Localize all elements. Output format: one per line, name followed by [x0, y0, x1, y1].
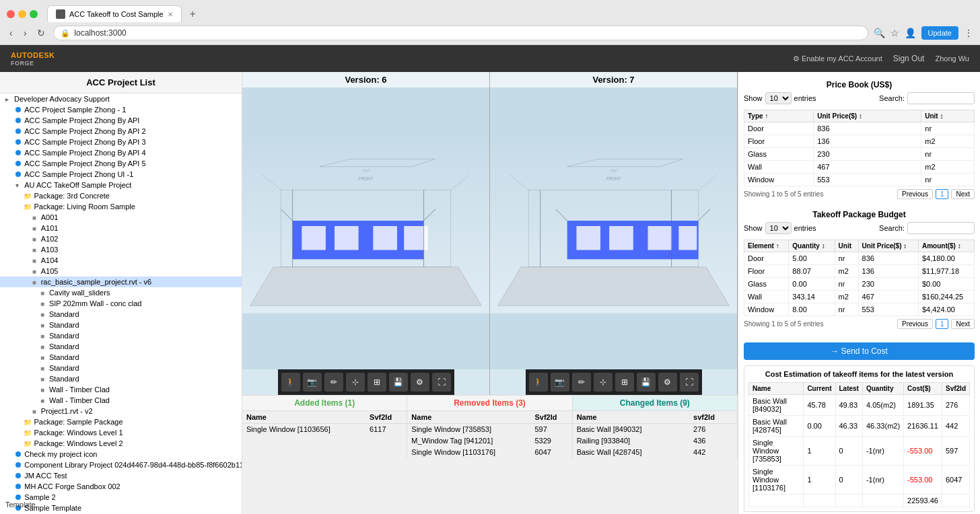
settings-icon-btn-right[interactable]: ⚙: [658, 373, 677, 392]
sidebar-item[interactable]: 📁 Package: 3rd Concrete: [0, 190, 242, 201]
sidebar-item[interactable]: Sample Template: [0, 503, 242, 513]
update-button[interactable]: Update: [921, 26, 958, 40]
settings-icon-btn-left[interactable]: ⚙: [411, 373, 429, 392]
browser-dots: [7, 10, 38, 18]
sidebar-item[interactable]: ■ Standard: [0, 373, 242, 384]
sidebar-item[interactable]: ■ Standard: [0, 320, 242, 330]
sidebar-item[interactable]: ACC Sample Project Zhong By API: [0, 115, 242, 126]
sidebar-item[interactable]: 📁 Package: Windows Level 1: [0, 427, 242, 438]
forward-button[interactable]: ›: [21, 26, 30, 40]
select-icon-btn-left[interactable]: ⊹: [346, 373, 365, 392]
profile-icon[interactable]: 👤: [905, 28, 916, 38]
sidebar-item[interactable]: 📁 Package: Windows Level 2: [0, 438, 242, 449]
sidebar-item[interactable]: ■ Standard: [0, 363, 242, 373]
sidebar-item[interactable]: ■ rac_basic_sample_project.rvt - v6: [0, 277, 242, 287]
viewer-canvas-right: FRONT TOP: [490, 87, 737, 369]
sidebar-item[interactable]: 📁 Package: Living Room Sample: [0, 201, 242, 212]
close-dot[interactable]: [7, 10, 15, 18]
table-row: Single Window [1103656]6117: [242, 424, 407, 435]
sidebar-item[interactable]: ACC Sample Project Zhong UI -1: [0, 169, 242, 180]
sidebar-item[interactable]: ■ Project1.rvt - v2: [0, 406, 242, 416]
tab-close-button[interactable]: ✕: [168, 11, 173, 18]
takeoff-budget-next[interactable]: Next: [951, 319, 975, 329]
search-input-budget[interactable]: [907, 222, 975, 234]
save-icon-btn-right[interactable]: 💾: [637, 373, 656, 392]
edit-icon-btn-right[interactable]: ✏: [572, 373, 591, 392]
fullscreen-icon-btn-right[interactable]: ⛶: [680, 373, 699, 392]
browser-actions: 🔍 ☆ 👤 Update ⋮: [874, 26, 973, 40]
save-icon-btn-left[interactable]: 💾: [389, 373, 408, 392]
sidebar-item[interactable]: ACC Sample Project Zhong By API 4: [0, 147, 242, 158]
sidebar-item[interactable]: ■ Standard: [0, 309, 242, 320]
search-input-price[interactable]: [907, 92, 975, 104]
camera-icon-btn-right[interactable]: 📷: [551, 373, 569, 392]
sidebar-item[interactable]: Check my project icon: [0, 449, 242, 460]
entries-select-price[interactable]: 10 25 50: [765, 92, 792, 104]
price-book-prev[interactable]: Previous: [897, 189, 933, 199]
changed-table: Name svf2Id Basic Wall [849032]276Railin…: [573, 411, 737, 458]
sidebar-item[interactable]: JM ACC Test: [0, 470, 242, 481]
camera-icon-btn-left[interactable]: 📷: [303, 373, 322, 392]
sidebar-item[interactable]: ACC Sample Project Zhong By API 3: [0, 137, 242, 147]
bookmark-icon[interactable]: ☆: [890, 28, 899, 38]
menu-icon[interactable]: ⋮: [964, 28, 973, 38]
app-header: AUTODESKFORGE ⚙ Enable my ACC Account Si…: [0, 45, 980, 72]
person-icon-btn-left[interactable]: 🚶: [281, 373, 300, 392]
select-icon-btn-right[interactable]: ⊹: [594, 373, 612, 392]
reload-button[interactable]: ↻: [34, 26, 48, 40]
address-bar[interactable]: 🔒 localhost:3000: [53, 26, 868, 40]
enable-acc-link[interactable]: ⚙ Enable my ACC Account: [793, 54, 882, 63]
search-icon[interactable]: 🔍: [874, 28, 885, 38]
sidebar-item[interactable]: ■ A105: [0, 266, 242, 277]
price-book-next[interactable]: Next: [951, 189, 975, 199]
sidebar-item[interactable]: ACC Sample Project Zhong By API 5: [0, 158, 242, 169]
tb-cell-element: Floor: [744, 265, 789, 278]
add-tab-button[interactable]: +: [186, 8, 200, 20]
sidebar-item[interactable]: ■ A102: [0, 233, 242, 244]
sidebar-item[interactable]: MH ACC Forge Sandbox 002: [0, 481, 242, 492]
sidebar-item[interactable]: ▾ AU ACC TakeOff Sample Project: [0, 180, 242, 190]
sidebar-item[interactable]: ■ SIP 202mm Wall - conc clad: [0, 298, 242, 309]
sidebar-item[interactable]: ACC Sample Project Zhong By API 2: [0, 126, 242, 137]
sidebar-item[interactable]: ■ Wall - Timber Clad: [0, 395, 242, 406]
sidebar-item[interactable]: ■ Wall - Timber Clad: [0, 384, 242, 395]
back-button[interactable]: ‹: [7, 26, 15, 40]
browser-chrome: ACC Takeoff to Cost Sample ✕ + ‹ › ↻ 🔒 l…: [0, 0, 980, 45]
browser-tab[interactable]: ACC Takeoff to Cost Sample ✕: [47, 5, 182, 22]
sidebar-item[interactable]: ■ A001: [0, 212, 242, 223]
pb-cell-type: Floor: [744, 135, 814, 148]
sidebar-item[interactable]: 📁 Package: Sample Package: [0, 416, 242, 427]
send-to-cost-button[interactable]: → Send to Cost: [744, 342, 975, 360]
person-icon-btn-right[interactable]: 🚶: [529, 373, 548, 392]
sidebar-item[interactable]: ■ A104: [0, 255, 242, 266]
sidebar-item[interactable]: ▸ Developer Advocacy Support: [0, 94, 242, 104]
entries-label-budget: entries: [794, 224, 816, 232]
edit-icon-btn-left[interactable]: ✏: [324, 373, 343, 392]
sidebar-item[interactable]: ■ A103: [0, 244, 242, 255]
price-book-section: Price Book (US$) Show 10 25 50 entries S…: [744, 77, 975, 199]
fullscreen-icon-btn-left[interactable]: ⛶: [432, 373, 451, 392]
svg-rect-26: [679, 227, 697, 250]
maximize-dot[interactable]: [30, 10, 38, 18]
sign-out-button[interactable]: Sign Out: [893, 54, 925, 63]
entries-select-budget[interactable]: 10 25 50: [765, 222, 792, 234]
tb-cell-quantity: 0.00: [789, 278, 835, 291]
sidebar-item[interactable]: ■ Standard: [0, 341, 242, 352]
sidebar-item[interactable]: ■ Standard: [0, 330, 242, 341]
show-label-budget: Show: [744, 224, 763, 232]
svg-rect-25: [648, 227, 671, 250]
sidebar-item[interactable]: Sample 2: [0, 492, 242, 503]
sidebar-item[interactable]: ACC Project Sample Zhong - 1: [0, 104, 242, 115]
grid-icon-btn-right[interactable]: ⊞: [615, 373, 634, 392]
grid-icon-btn-left[interactable]: ⊞: [368, 373, 386, 392]
sidebar-item[interactable]: ■ Cavity wall_sliders: [0, 287, 242, 298]
table-row: Single Window [1103176]6047: [407, 447, 571, 458]
sidebar-item[interactable]: ■ A101: [0, 223, 242, 233]
price-book-pager: Previous 1 Next: [897, 189, 975, 199]
minimize-dot[interactable]: [18, 10, 26, 18]
sidebar-item[interactable]: ■ Standard: [0, 352, 242, 363]
takeoff-budget-prev[interactable]: Previous: [897, 319, 933, 329]
changed-table-wrap: Name svf2Id Basic Wall [849032]276Railin…: [573, 411, 738, 458]
sidebar-item[interactable]: Component Library Project 024d4467-98d4-…: [0, 460, 242, 470]
table-row: Basic Wall [849032]276: [573, 424, 737, 435]
